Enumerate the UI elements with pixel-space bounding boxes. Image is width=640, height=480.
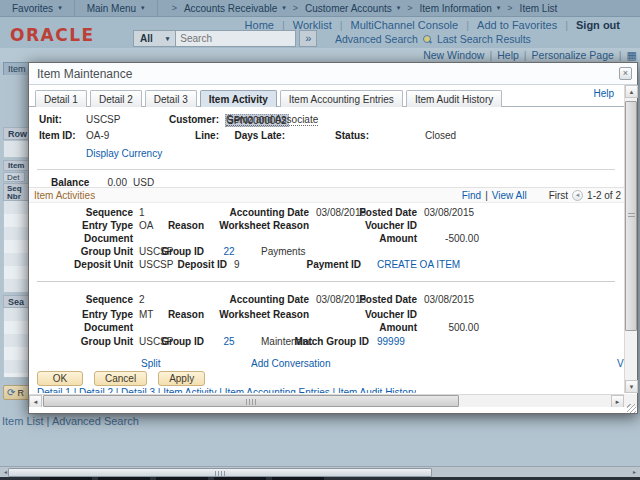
link-separator: | <box>466 19 469 31</box>
activity-links-row: Split Add Conversation V <box>29 358 624 370</box>
tab-detail-3[interactable]: Detail 3 <box>145 90 197 107</box>
multichannel-console-link[interactable]: MultiChannel Console <box>351 19 459 31</box>
amount-value: -500.00 <box>409 233 479 244</box>
match-group-id-label: Match Group ID <box>257 336 369 347</box>
tab-item-activity[interactable]: Item Activity <box>200 90 277 107</box>
search-input[interactable] <box>176 30 296 47</box>
activity2-row-group: Group Unit USCSP Group ID 25 Maintenanc … <box>29 336 624 348</box>
breadcrumb-customer-accounts[interactable]: Customer Accounts ▾ <box>305 3 400 14</box>
favorites-menu[interactable]: Favorites ▾ <box>0 0 75 16</box>
last-search-results-link[interactable]: Last Search Results <box>437 33 531 45</box>
header-bar: Home | Worklist | MultiChannel Console |… <box>0 17 640 48</box>
background-seq-nbr-header: Seq Nbr <box>3 183 30 201</box>
display-currency-link[interactable]: Display Currency <box>86 148 162 159</box>
previous-row-icon[interactable]: ◄ <box>572 190 583 201</box>
close-icon[interactable]: × <box>619 67 632 80</box>
dialog-titlebar[interactable]: Item Maintenance <box>29 63 637 85</box>
chevron-down-icon: ▾ <box>58 4 62 12</box>
voucher-id-label: Voucher ID <box>307 220 417 231</box>
split-link[interactable]: Split <box>141 358 160 369</box>
document-label: Document <box>33 233 133 244</box>
search-scope-dropdown[interactable]: All ▾ <box>133 30 176 47</box>
search-scope-value: All <box>140 33 153 44</box>
link-separator: | <box>489 49 492 61</box>
resize-grip[interactable] <box>627 404 636 413</box>
add-to-favorites-link[interactable]: Add to Favorites <box>477 19 557 31</box>
activity2-row-sequence: Sequence 2 Accounting Date 03/08/2015 Po… <box>29 294 624 306</box>
group-unit-label: Group Unit <box>33 246 133 257</box>
apply-button[interactable]: Apply <box>158 371 205 386</box>
scroll-right-icon[interactable]: ► <box>630 468 639 477</box>
horizontal-scrollbar-thumb[interactable] <box>43 395 459 407</box>
item-maintenance-dialog: Item Maintenance × Help Detail 1 Detail … <box>28 62 638 414</box>
advanced-search-link[interactable]: Advanced Search <box>335 33 418 45</box>
ok-button[interactable]: OK <box>37 371 83 386</box>
group-unit-label: Group Unit <box>33 336 133 347</box>
unit-value: USCSP <box>86 114 120 125</box>
link-separator: | <box>485 190 488 201</box>
status-label: Status: <box>289 130 369 141</box>
dialog-vertical-scrollbar[interactable]: ▲ ▼ <box>624 85 637 393</box>
activity-type-value: Payments <box>261 246 305 257</box>
dialog-title: Item Maintenance <box>37 67 132 81</box>
page-scrollbar-thumb[interactable] <box>8 468 432 477</box>
dialog-horizontal-scrollbar[interactable]: ◄ ► <box>29 394 624 407</box>
tab-item-accounting-entries[interactable]: Item Accounting Entries <box>280 90 403 107</box>
personalize-page-link[interactable]: Personalize Page <box>532 49 614 61</box>
activity1-row-entry-type: Entry Type OA Reason Worksheet Reason Vo… <box>29 220 624 232</box>
search-options: Advanced Search Last Search Results <box>335 33 531 45</box>
dialog-help-link[interactable]: Help <box>593 88 614 99</box>
row-range: 1-2 of 2 <box>587 190 621 201</box>
main-menu[interactable]: Main Menu ▾ <box>75 0 158 16</box>
background-item-list-links[interactable]: Item List | Advanced Search <box>2 415 139 427</box>
background-item-tab: Item <box>3 62 30 75</box>
page-action-links: New Window | Help | Personalize Page | ▦ <box>423 49 637 61</box>
scroll-up-icon[interactable]: ▲ <box>625 85 638 98</box>
entry-type-label: Entry Type <box>33 220 133 231</box>
scroll-down-icon[interactable]: ▼ <box>625 380 638 393</box>
breadcrumb-accounts-receivable[interactable]: Accounts Receivable ▾ <box>184 3 286 14</box>
activity1-row-document: Document Amount -500.00 <box>29 233 624 245</box>
tab-item-audit-history[interactable]: Item Audit History <box>406 90 502 107</box>
breadcrumb: > Accounts Receivable ▾ > Customer Accou… <box>172 3 558 14</box>
add-conversation-link[interactable]: Add Conversation <box>251 358 331 369</box>
link-separator: | <box>524 49 527 61</box>
link-separator: | <box>619 49 622 61</box>
breadcrumb-item-list[interactable]: Item List <box>520 3 558 14</box>
new-window-link[interactable]: New Window <box>423 49 484 61</box>
field-row-unit-customer: Unit: USCSP Customer: SPN0000002 Gernz a… <box>29 114 624 127</box>
dialog-content: Help Detail 1 Detail 2 Detail 3 Item Act… <box>29 85 624 393</box>
group-id-link[interactable]: 22 <box>215 246 243 257</box>
group-id-label: Group ID <box>139 246 204 257</box>
posted-date-value: 03/08/2015 <box>424 294 474 305</box>
help-link[interactable]: Help <box>497 49 519 61</box>
global-search: All ▾ » <box>133 30 317 47</box>
activity1-row-deposit: Deposit Unit USCSP Deposit ID 9 Payment … <box>29 259 624 271</box>
refresh-icon: ⟳ <box>7 387 15 398</box>
sign-out-link[interactable]: Sign out <box>576 19 620 31</box>
favorites-label: Favorites <box>12 3 53 14</box>
activity-divider <box>37 281 615 282</box>
group-id-link[interactable]: 25 <box>215 336 243 347</box>
tab-detail-2[interactable]: Detail 2 <box>90 90 142 107</box>
find-link[interactable]: Find <box>462 190 481 201</box>
view-link-clipped[interactable]: V <box>617 358 624 369</box>
voucher-id-label: Voucher ID <box>307 309 417 320</box>
page-horizontal-scrollbar[interactable]: ◄ ► <box>0 466 640 477</box>
posted-date-label: Posted Date <box>307 207 417 218</box>
item-id-label: Item ID: <box>39 130 87 141</box>
vertical-scrollbar-thumb[interactable] <box>625 101 637 331</box>
tab-detail-1[interactable]: Detail 1 <box>35 90 87 107</box>
worksheet-reason-label: Worksheet Reason <box>197 309 309 320</box>
create-oa-item-link[interactable]: CREATE OA ITEM <box>377 259 460 270</box>
dialog-button-row: OK Cancel Apply <box>37 371 205 386</box>
breadcrumb-item-information[interactable]: Item Information ▾ <box>420 3 501 14</box>
personalize-layout-grid-icon[interactable]: ▦ <box>627 50 637 61</box>
match-group-id-link[interactable]: 99999 <box>377 336 405 347</box>
amount-label: Amount <box>307 233 417 244</box>
bottom-tab-links-clipped[interactable]: Detail 1 | Detail 2 | Detail 3 | Item Ac… <box>37 388 416 393</box>
group-id-label: Group ID <box>139 336 204 347</box>
view-all-link[interactable]: View All <box>492 190 527 201</box>
search-go-button[interactable]: » <box>299 30 317 47</box>
cancel-button[interactable]: Cancel <box>94 371 147 386</box>
